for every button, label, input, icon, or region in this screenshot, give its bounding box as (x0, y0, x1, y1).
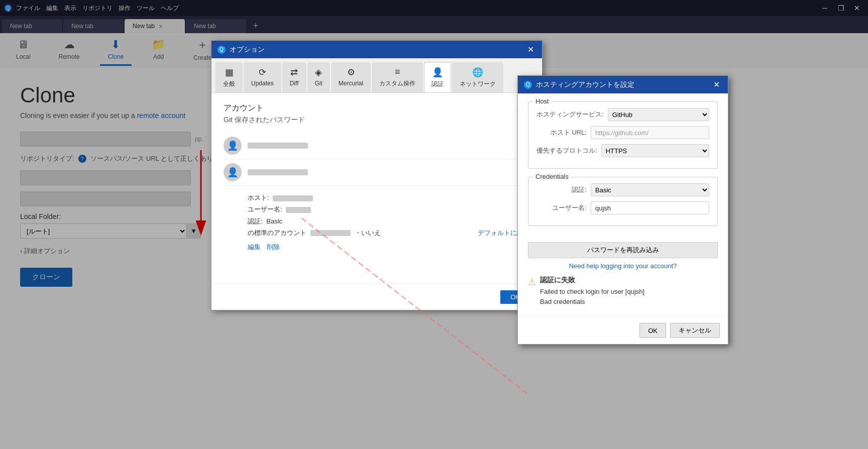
opt-tab-git[interactable]: ◈ Git (307, 62, 330, 92)
hosting-logo-icon: Q (524, 81, 532, 89)
opt-tab-auth[interactable]: 👤 認証 (424, 62, 451, 92)
hosting-ok-button[interactable]: OK (639, 323, 666, 338)
reload-password-button[interactable]: パスワードを再読み込み (528, 242, 718, 258)
host-section-legend: Host (533, 97, 551, 105)
host-url-input[interactable] (591, 126, 709, 139)
auth-label: 認証: (248, 217, 263, 225)
cred-auth-select[interactable]: Basic (591, 183, 709, 196)
updates-icon: ⟳ (259, 67, 266, 78)
options-dialog-footer: OK (211, 284, 542, 310)
opt-tab-mercurial-label: Mercurial (339, 80, 363, 87)
network-icon: 🌐 (472, 67, 483, 78)
error-details: 認証に失敗 Failed to check login for user [qu… (540, 276, 644, 306)
custom-icon: ≡ (395, 67, 400, 77)
options-dialog-title: オプション (230, 45, 265, 54)
hosting-cancel-button[interactable]: キャンセル (670, 323, 720, 338)
options-dialog-title-bar: Q オプション ✕ (211, 41, 542, 58)
git-icon: ◈ (315, 67, 322, 78)
auth-row: 認証: Basic (248, 215, 530, 227)
error-line2: Bad credentials (540, 297, 644, 307)
account-row-1: 👤 (224, 133, 530, 159)
opt-tab-general-label: 全般 (223, 80, 235, 88)
cred-username-row: ユーザー名: (536, 201, 709, 214)
protocol-label: 優先するプロトコル: (536, 146, 597, 155)
default-value (310, 230, 351, 236)
auth-value: Basic (266, 217, 282, 225)
mercurial-icon: ⚙ (347, 67, 355, 78)
hosting-service-label: ホスティングサービス: (536, 110, 604, 119)
hosting-dialog: Q ホスティングアカウントを設定 ✕ Host ホスティングサービス: GitH… (517, 75, 728, 345)
opt-tab-network-label: ネットワーク (460, 80, 496, 88)
host-label: ホスト: (248, 194, 269, 201)
avatar-1: 👤 (224, 137, 242, 155)
account-name-blurred-2 (248, 169, 308, 175)
credentials-legend: Credentials (533, 173, 571, 180)
host-value (273, 195, 313, 201)
cred-username-input[interactable] (591, 201, 709, 214)
host-section: Host ホスティングサービス: GitHub ホスト URL: 優先するプロト… (528, 101, 718, 169)
cred-auth-label: 認証: (536, 185, 587, 194)
general-icon: ▦ (225, 67, 234, 78)
need-help-link[interactable]: Need help logging into your account? (528, 262, 718, 270)
hosting-title-bar: Q ホスティングアカウントを設定 ✕ (518, 76, 728, 93)
account-links: 編集 削除 (248, 241, 530, 253)
section-title: アカウント (224, 103, 305, 114)
credentials-section: Credentials 認証: Basic ユーザー名: (528, 177, 718, 226)
warning-icon: ⚠ (528, 277, 536, 288)
cred-auth-row: 認証: Basic (536, 183, 709, 196)
protocol-select[interactable]: HTTPS (601, 144, 709, 157)
options-dialog: Q オプション ✕ ▦ 全般 ⟳ Updates ⇄ Diff ◈ Git ⚙ … (211, 40, 542, 310)
hosting-dialog-title: ホスティングアカウントを設定 (536, 80, 634, 89)
hosting-service-select[interactable]: GitHub (608, 108, 709, 121)
edit-link[interactable]: 編集 (248, 241, 261, 253)
opt-tab-diff[interactable]: ⇄ Diff (282, 62, 306, 92)
opt-tab-git-label: Git (315, 80, 322, 87)
avatar-2: 👤 (224, 163, 242, 181)
account-name-blurred-1 (248, 143, 308, 149)
delete-link[interactable]: 削除 (267, 241, 280, 253)
account-detail: ホスト: ユーザー名: 認証: Basic の標準のアカウント ・いいえ デフォ… (224, 186, 530, 253)
error-section: パスワードを再読み込み Need help logging into your … (518, 242, 728, 316)
default-row: の標準のアカウント ・いいえ デフォルトに設定 (248, 227, 530, 239)
account-row-2: 👤 (224, 159, 530, 186)
opt-tab-network[interactable]: 🌐 ネットワーク (452, 62, 503, 92)
hosting-close-button[interactable]: ✕ (711, 80, 722, 89)
options-content: アカウント Git 保存されたパスワード 追加 👤 👤 ホスト: ユーザー名: (211, 93, 542, 284)
username-label: ユーザー名: (248, 205, 282, 213)
default-label: の標準のアカウント (248, 227, 306, 239)
host-url-row: ホスト URL: (536, 126, 709, 139)
opt-tab-updates-label: Updates (251, 80, 274, 87)
error-line1: Failed to check login for user [qujsh] (540, 287, 644, 297)
hosting-dialog-footer: OK キャンセル (518, 316, 728, 344)
protocol-row: 優先するプロトコル: HTTPS (536, 144, 709, 157)
opt-tab-diff-label: Diff (290, 80, 299, 87)
cred-username-label: ユーザー名: (536, 203, 587, 212)
opt-tab-general[interactable]: ▦ 全般 (215, 62, 243, 92)
section-subtitle: Git 保存されたパスワード (224, 116, 305, 125)
opt-tab-custom[interactable]: ≡ カスタム操作 (372, 62, 423, 92)
options-close-button[interactable]: ✕ (525, 45, 536, 54)
error-title: 認証に失敗 (540, 276, 644, 285)
username-value (286, 207, 311, 213)
hosting-service-row: ホスティングサービス: GitHub (536, 108, 709, 121)
opt-tab-updates[interactable]: ⟳ Updates (244, 62, 281, 92)
auth-icon: 👤 (432, 67, 443, 78)
hosting-content: Host ホスティングサービス: GitHub ホスト URL: 優先するプロト… (518, 93, 728, 242)
opt-tab-custom-label: カスタム操作 (379, 79, 415, 88)
host-url-label: ホスト URL: (536, 128, 587, 137)
username-row: ユーザー名: (248, 203, 530, 215)
host-row: ホスト: (248, 192, 530, 203)
options-tabs: ▦ 全般 ⟳ Updates ⇄ Diff ◈ Git ⚙ Mercurial … (211, 58, 542, 93)
options-logo-icon: Q (218, 46, 226, 54)
opt-tab-mercurial[interactable]: ⚙ Mercurial (331, 62, 371, 92)
diff-icon: ⇄ (290, 67, 298, 78)
opt-tab-auth-label: 認証 (431, 80, 444, 88)
error-box: ⚠ 認証に失敗 Failed to check login for user [… (528, 276, 718, 306)
